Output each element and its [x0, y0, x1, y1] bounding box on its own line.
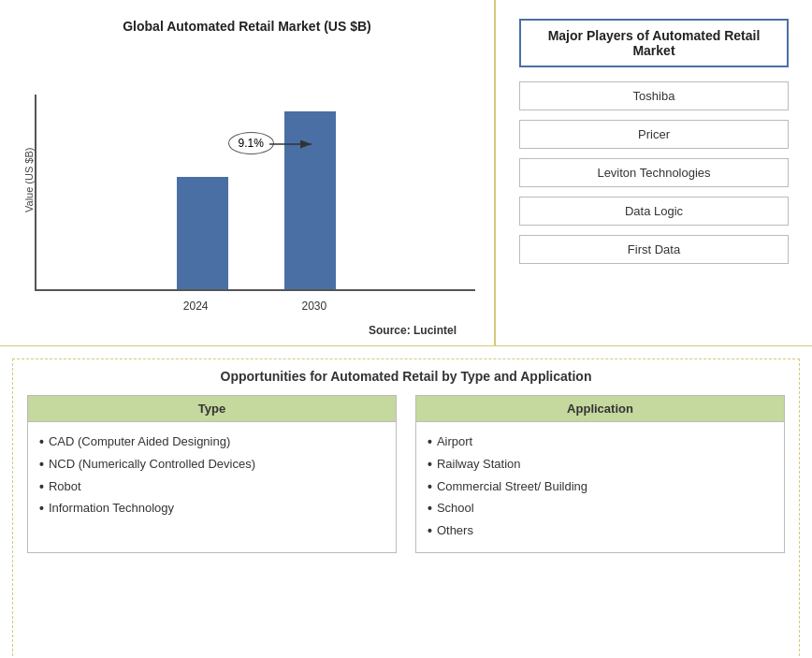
app-item-0: • Airport	[428, 431, 773, 454]
x-label-2030: 2030	[302, 300, 327, 313]
app-item-label-2: Commercial Street/ Building	[437, 476, 587, 499]
player-pricer: Pricer	[519, 120, 789, 149]
type-item-label-0: CAD (Computer Aided Designing)	[49, 431, 230, 454]
bottom-title: Opportunities for Automated Retail by Ty…	[27, 369, 785, 384]
columns-container: Type • CAD (Computer Aided Designing) • …	[27, 395, 785, 553]
app-item-label-4: Others	[437, 520, 473, 543]
major-players-title: Major Players of Automated Retail Market	[519, 19, 789, 67]
application-column: Application • Airport • Railway Station …	[415, 395, 785, 553]
bar-2024	[177, 177, 228, 289]
app-bullet-3: •	[428, 498, 432, 520]
annotation-arrow	[265, 130, 321, 168]
type-item-label-2: Robot	[49, 476, 81, 499]
application-body: • Airport • Railway Station • Commercial…	[416, 422, 784, 552]
app-bullet-4: •	[428, 520, 432, 543]
type-column: Type • CAD (Computer Aided Designing) • …	[27, 395, 397, 553]
type-item-label-1: NCD (Numerically Controlled Devices)	[49, 454, 255, 476]
chart-area: Global Automated Retail Market (US $B) V…	[0, 0, 496, 346]
type-item-0: • CAD (Computer Aided Designing)	[39, 431, 384, 454]
right-panel: Major Players of Automated Retail Market…	[496, 0, 812, 346]
player-firstdata: First Data	[519, 235, 789, 264]
app-bullet-2: •	[428, 476, 432, 499]
chart-title: Global Automated Retail Market (US $B)	[123, 19, 371, 34]
app-bullet-1: •	[428, 454, 432, 476]
x-label-2024: 2024	[183, 300, 209, 313]
type-header: Type	[28, 396, 396, 422]
player-toshiba: Toshiba	[519, 81, 789, 110]
app-item-3: • School	[428, 498, 773, 520]
bars-container: 9.1%	[35, 95, 475, 291]
app-item-label-1: Railway Station	[437, 454, 521, 476]
type-item-label-3: Information Technology	[49, 498, 174, 520]
app-item-4: • Others	[428, 520, 773, 543]
player-datalogic: Data Logic	[519, 197, 789, 226]
bullet-3: •	[39, 498, 44, 520]
app-item-2: • Commercial Street/ Building	[428, 476, 773, 499]
app-bullet-0: •	[428, 431, 432, 454]
application-header: Application	[416, 396, 784, 422]
bottom-section: Opportunities for Automated Retail by Ty…	[12, 358, 800, 658]
bullet-2: •	[39, 476, 44, 499]
source-text: Source: Lucintel	[19, 324, 475, 337]
bullet-1: •	[39, 454, 44, 476]
y-axis-label: Value (US $B)	[19, 43, 35, 316]
app-item-1: • Railway Station	[428, 454, 773, 476]
bullet-0: •	[39, 431, 44, 454]
app-item-label-0: Airport	[437, 431, 472, 454]
app-item-label-3: School	[437, 498, 474, 520]
type-item-3: • Information Technology	[39, 498, 384, 520]
type-body: • CAD (Computer Aided Designing) • NCD (…	[28, 422, 396, 530]
player-leviton: Leviton Technologies	[519, 158, 789, 187]
type-item-2: • Robot	[39, 476, 384, 499]
bar-group-2024	[177, 177, 228, 289]
type-item-1: • NCD (Numerically Controlled Devices)	[39, 454, 384, 476]
